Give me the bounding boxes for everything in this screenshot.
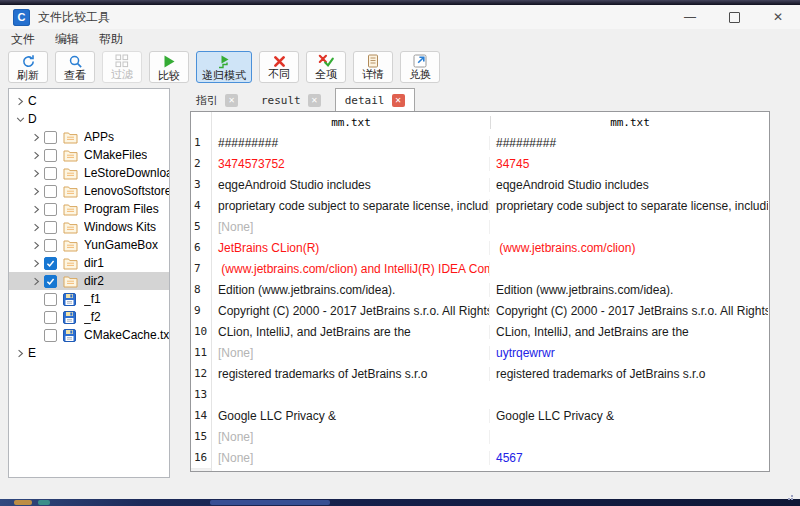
folder-tree[interactable]: CDAPPsCMakeFilesLeStoreDownloadLenovoSof… bbox=[8, 88, 170, 478]
resize-grip[interactable] bbox=[787, 494, 793, 500]
left-cell[interactable]: Google LLC Privacy & bbox=[212, 409, 490, 423]
tree-item-dir2[interactable]: dir2 bbox=[9, 272, 169, 290]
checkbox[interactable] bbox=[44, 167, 57, 180]
checkbox[interactable] bbox=[44, 329, 57, 342]
right-cell[interactable]: Google LLC Privacy & bbox=[490, 409, 768, 423]
right-cell[interactable]: uytrqewrwr bbox=[490, 346, 768, 360]
checkbox[interactable] bbox=[44, 131, 57, 144]
filter-button[interactable]: 过滤 bbox=[102, 51, 142, 83]
refresh-button[interactable]: 刷新 bbox=[8, 51, 48, 83]
table-row[interactable]: 5[None] bbox=[191, 216, 769, 237]
right-cell[interactable]: 34745 bbox=[490, 157, 768, 171]
chevron-right-icon[interactable] bbox=[13, 349, 28, 358]
left-cell[interactable]: [None] bbox=[212, 451, 490, 465]
show-different-button[interactable]: 不同 bbox=[259, 51, 299, 83]
chevron-right-icon[interactable] bbox=[29, 187, 44, 196]
table-row[interactable]: 6JetBrains CLion(R) (www.jetbrains.com/c… bbox=[191, 237, 769, 258]
left-cell[interactable]: registered trademarks of JetBrains s.r.o bbox=[212, 367, 490, 381]
tree-item-cmakecache.txt[interactable]: CMakeCache.txt bbox=[9, 326, 169, 344]
tree-item-d[interactable]: D bbox=[9, 110, 169, 128]
right-cell[interactable]: proprietary code subject to separate lic… bbox=[490, 199, 768, 213]
show-all-items-button[interactable]: 全项 bbox=[306, 51, 346, 83]
tab-close-icon[interactable]: ✕ bbox=[308, 94, 321, 107]
table-row[interactable]: 3eqgeAndroid Studio includeseqgeAndroid … bbox=[191, 174, 769, 195]
tree-item-program-files[interactable]: Program Files bbox=[9, 200, 169, 218]
tab-guide[interactable]: 指引 ✕ bbox=[187, 89, 247, 111]
left-cell[interactable]: 3474573752 bbox=[212, 157, 490, 171]
table-row[interactable]: 9Copyright (C) 2000 - 2017 JetBrains s.r… bbox=[191, 300, 769, 321]
right-cell[interactable]: ######### bbox=[490, 136, 768, 150]
chevron-right-icon[interactable] bbox=[29, 259, 44, 268]
tab-close-icon[interactable]: ✕ bbox=[225, 94, 238, 107]
maximize-button[interactable] bbox=[712, 5, 756, 29]
chevron-right-icon[interactable] bbox=[29, 277, 44, 286]
checkbox[interactable] bbox=[44, 239, 57, 252]
tree-item-cmakefiles[interactable]: CMakeFiles bbox=[9, 146, 169, 164]
view-button[interactable]: 查看 bbox=[55, 51, 95, 83]
table-row[interactable]: 4proprietary code subject to separate li… bbox=[191, 195, 769, 216]
chevron-right-icon[interactable] bbox=[29, 133, 44, 142]
tree-item-yungamebox[interactable]: YunGameBox bbox=[9, 236, 169, 254]
checkbox[interactable] bbox=[44, 275, 57, 288]
tree-item-e[interactable]: E bbox=[9, 344, 169, 362]
chevron-down-icon[interactable] bbox=[13, 115, 28, 124]
checkbox[interactable] bbox=[44, 293, 57, 306]
right-cell[interactable]: Copyright (C) 2000 - 2017 JetBrains s.r.… bbox=[490, 304, 768, 318]
left-cell[interactable]: JetBrains CLion(R) bbox=[212, 241, 490, 255]
recursive-mode-button[interactable]: 递归模式 bbox=[196, 51, 252, 83]
table-row[interactable]: 16[None]4567 bbox=[191, 447, 769, 468]
swap-button[interactable]: 兑换 bbox=[400, 51, 440, 83]
checkbox[interactable] bbox=[44, 311, 57, 324]
table-row[interactable]: 11[None]uytrqewrwr bbox=[191, 342, 769, 363]
table-row[interactable]: 12registered trademarks of JetBrains s.r… bbox=[191, 363, 769, 384]
chevron-right-icon[interactable] bbox=[29, 223, 44, 232]
tree-item-_f2[interactable]: _f2 bbox=[9, 308, 169, 326]
left-cell[interactable]: [None] bbox=[212, 430, 490, 444]
right-cell[interactable]: 4567 bbox=[490, 451, 768, 465]
tree-item-c[interactable]: C bbox=[9, 92, 169, 110]
table-row[interactable]: 15[None] bbox=[191, 426, 769, 447]
left-cell[interactable]: CLion, IntelliJ, and JetBrains are the bbox=[212, 325, 490, 339]
close-button[interactable]: ✕ bbox=[756, 5, 800, 29]
tree-item-_f1[interactable]: _f1 bbox=[9, 290, 169, 308]
left-cell[interactable]: (www.jetbrains.com/clion) and IntelliJ(R… bbox=[212, 262, 490, 276]
compare-button[interactable]: 比较 bbox=[149, 51, 189, 83]
table-row[interactable]: 8Edition (www.jetbrains.com/idea).Editio… bbox=[191, 279, 769, 300]
chevron-right-icon[interactable] bbox=[29, 169, 44, 178]
right-cell[interactable]: registered trademarks of JetBrains s.r.o bbox=[490, 367, 768, 381]
diff-table[interactable]: mm.txt mm.txt 1##################2347457… bbox=[190, 111, 770, 472]
chevron-right-icon[interactable] bbox=[13, 97, 28, 106]
tree-item-lestoredownload[interactable]: LeStoreDownload bbox=[9, 164, 169, 182]
tree-item-apps[interactable]: APPs bbox=[9, 128, 169, 146]
left-cell[interactable]: proprietary code subject to separate lic… bbox=[212, 199, 490, 213]
right-cell[interactable]: (www.jetbrains.com/clion) bbox=[490, 241, 768, 255]
tab-detail[interactable]: detail ✕ bbox=[335, 88, 415, 111]
table-row[interactable]: 2347457375234745 bbox=[191, 153, 769, 174]
tree-item-dir1[interactable]: dir1 bbox=[9, 254, 169, 272]
left-cell[interactable]: [None] bbox=[212, 220, 490, 234]
tab-result[interactable]: result ✕ bbox=[252, 89, 330, 111]
tab-close-icon[interactable]: ✕ bbox=[392, 94, 405, 107]
checkbox[interactable] bbox=[44, 203, 57, 216]
right-cell[interactable]: eqgeAndroid Studio includes bbox=[490, 178, 768, 192]
chevron-right-icon[interactable] bbox=[29, 151, 44, 160]
chevron-right-icon[interactable] bbox=[29, 205, 44, 214]
tree-item-windows-kits[interactable]: Windows Kits bbox=[9, 218, 169, 236]
checkbox[interactable] bbox=[44, 149, 57, 162]
left-cell[interactable]: [None] bbox=[212, 346, 490, 360]
left-cell[interactable]: Edition (www.jetbrains.com/idea). bbox=[212, 283, 490, 297]
details-button[interactable]: 详情 bbox=[353, 51, 393, 83]
chevron-right-icon[interactable] bbox=[29, 241, 44, 250]
table-row[interactable]: 13 bbox=[191, 384, 769, 405]
right-cell[interactable]: CLion, IntelliJ, and JetBrains are the bbox=[490, 325, 768, 339]
table-row[interactable]: 7 (www.jetbrains.com/clion) and IntelliJ… bbox=[191, 258, 769, 279]
minimize-button[interactable]: — bbox=[668, 5, 712, 29]
menu-file[interactable]: 文件 bbox=[1, 29, 45, 50]
left-cell[interactable]: ######### bbox=[212, 136, 490, 150]
table-row[interactable]: 1################## bbox=[191, 132, 769, 153]
tree-item-lenovosoftstore[interactable]: LenovoSoftstore bbox=[9, 182, 169, 200]
table-row[interactable]: 10CLion, IntelliJ, and JetBrains are the… bbox=[191, 321, 769, 342]
checkbox[interactable] bbox=[44, 221, 57, 234]
left-cell[interactable]: Copyright (C) 2000 - 2017 JetBrains s.r.… bbox=[212, 304, 490, 318]
left-cell[interactable]: eqgeAndroid Studio includes bbox=[212, 178, 490, 192]
